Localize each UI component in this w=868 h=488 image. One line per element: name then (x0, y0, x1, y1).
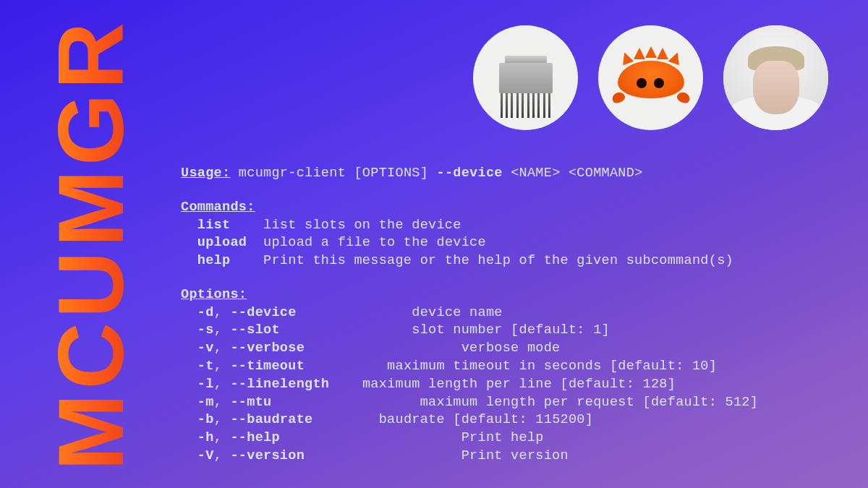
command-row: list list slots on the device (181, 217, 758, 235)
option-row: -b, --baudrate baudrate [default: 115200… (181, 411, 758, 429)
option-row: -V, --version Print version (181, 448, 758, 466)
logo-mcumgr: MCUMGR (43, 22, 137, 468)
option-row: -l, --linelength maximum length per line… (181, 376, 758, 394)
usage-line: Usage: mcumgr-client [OPTIONS] --device … (181, 165, 758, 183)
option-row: -t, --timeout maximum timeout in seconds… (181, 358, 758, 376)
author-avatar (723, 25, 828, 130)
option-row: -h, --help Print help (181, 429, 758, 448)
ferris-crab-icon (598, 25, 703, 130)
option-row: -m, --mtu maximum length per request [de… (181, 394, 758, 412)
badges-row (473, 25, 828, 130)
option-row: -s, --slot slot number [default: 1] (181, 322, 758, 340)
firmware-device-icon (473, 25, 578, 130)
option-row: -d, --device device name (181, 304, 758, 322)
svg-text:MCUMGR: MCUMGR (43, 22, 137, 468)
commands-heading: Commands: (181, 199, 758, 217)
cli-help-text: Usage: mcumgr-client [OPTIONS] --device … (181, 165, 758, 466)
options-heading: Options: (181, 286, 758, 304)
option-row: -v, --verbose verbose mode (181, 340, 758, 358)
command-row: help Print this message or the help of t… (181, 252, 758, 270)
command-row: upload upload a file to the device (181, 234, 758, 252)
